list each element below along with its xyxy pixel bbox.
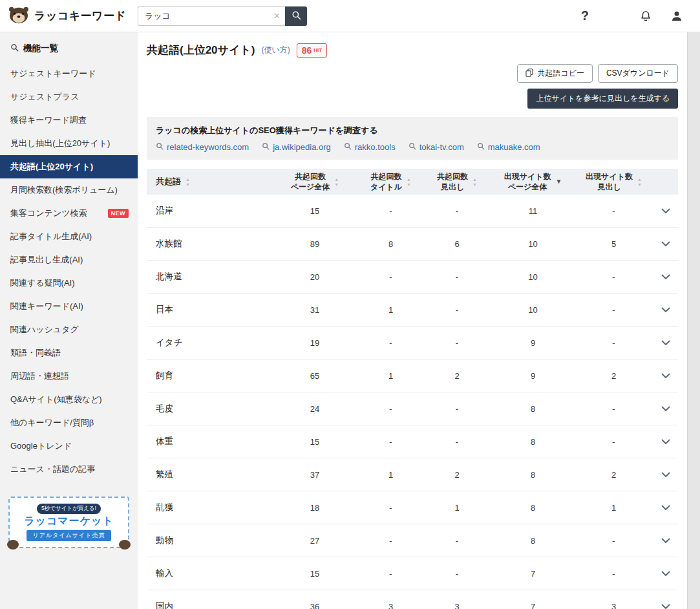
logo[interactable]: ラッコキーワード xyxy=(0,5,138,27)
search-icon xyxy=(262,142,270,152)
site-link-0[interactable]: related-keywords.com xyxy=(156,142,249,152)
row-expand-chevron[interactable] xyxy=(654,241,677,247)
sidebar-item-11[interactable]: 関連ハッシュタグ xyxy=(0,318,138,341)
row-expand-chevron[interactable] xyxy=(654,571,677,577)
table-row-4: イタチ19--9- xyxy=(147,326,678,359)
cell-value: 10 xyxy=(493,272,573,282)
cell-value: 7 xyxy=(493,569,573,579)
cell-value: 37 xyxy=(270,470,360,480)
clear-search-icon[interactable]: × xyxy=(274,11,280,21)
table-row-5: 飼育651292 xyxy=(147,359,678,392)
sidebar-item-4[interactable]: 共起語(上位20サイト) xyxy=(0,155,138,178)
cooccurrence-term: 北海道 xyxy=(147,271,270,283)
sidebar-item-label: 類語・同義語 xyxy=(10,347,61,359)
features-search-icon xyxy=(10,43,19,54)
site-link-label: related-keywords.com xyxy=(167,142,249,152)
table-row-0: 沿岸15--11- xyxy=(147,195,678,228)
menu-icon[interactable] xyxy=(607,10,621,21)
user-icon[interactable] xyxy=(670,10,683,23)
sidebar-item-15[interactable]: 他のキーワード/質問β xyxy=(0,411,138,434)
sort-icon[interactable]: ▲▼ xyxy=(334,177,339,187)
sidebar-item-2[interactable]: 獲得キーワード調査 xyxy=(0,109,138,132)
sidebar-item-10[interactable]: 関連キーワード(AI) xyxy=(0,295,138,318)
sidebar-item-label: 周辺語・連想語 xyxy=(10,370,69,382)
sidebar-item-9[interactable]: 関連する疑問(AI) xyxy=(0,272,138,295)
sidebar-banner[interactable]: 5秒でサイトが買える! ラッコマーケット リアルタイムサイト売買 xyxy=(8,497,129,548)
row-expand-chevron[interactable] xyxy=(654,505,677,511)
page-title: 共起語(上位20サイト) xyxy=(147,43,255,58)
column-header-1[interactable]: 共起回数ページ全体▲▼ xyxy=(270,169,360,195)
sidebar-item-label: 獲得キーワード調査 xyxy=(10,114,87,126)
csv-download-button[interactable]: CSVダウンロード xyxy=(598,64,678,83)
cell-value: 2 xyxy=(421,470,493,480)
column-header-3[interactable]: 共起回数見出し▲▼ xyxy=(421,169,493,195)
site-link-label: ja.wikipedia.org xyxy=(273,142,331,152)
banner-title: ラッコマーケット xyxy=(12,515,125,528)
cell-value: - xyxy=(573,338,654,348)
sidebar-item-5[interactable]: 月間検索数(検索ボリューム) xyxy=(0,178,138,202)
row-expand-chevron[interactable] xyxy=(654,307,677,313)
column-header-label: 共起語 xyxy=(156,176,181,187)
column-header-4[interactable]: 出現サイト数ページ全体▼ xyxy=(493,169,573,195)
cell-value: 15 xyxy=(270,206,360,216)
header: ラッコキーワード × ? xyxy=(0,0,700,32)
site-link-label: makuake.com xyxy=(488,142,540,152)
cell-value: 3 xyxy=(421,602,493,609)
cell-value: - xyxy=(360,569,421,579)
sort-icon[interactable]: ▲▼ xyxy=(407,177,411,187)
row-expand-chevron[interactable] xyxy=(654,604,677,609)
sidebar-item-0[interactable]: サジェストキーワード xyxy=(0,62,138,85)
cell-value: - xyxy=(573,305,654,315)
search-icon xyxy=(156,142,164,152)
column-header-label: 出現サイト数見出し xyxy=(586,171,633,192)
sidebar-item-17[interactable]: ニュース・話題の記事 xyxy=(0,458,138,481)
row-expand-chevron[interactable] xyxy=(654,472,677,478)
site-link-4[interactable]: makuake.com xyxy=(477,142,540,152)
cell-value: - xyxy=(421,305,493,315)
bell-icon[interactable] xyxy=(639,10,652,23)
site-link-1[interactable]: ja.wikipedia.org xyxy=(262,142,331,152)
cell-value: - xyxy=(421,569,493,579)
column-header-label: 出現サイト数ページ全体 xyxy=(504,171,551,192)
row-expand-chevron[interactable] xyxy=(654,340,677,346)
cooccurrence-term: 水族館 xyxy=(147,238,270,250)
sidebar-item-6[interactable]: 集客コンテンツ検索NEW xyxy=(0,202,138,225)
site-links: related-keywords.comja.wikipedia.orgrakk… xyxy=(156,142,669,152)
cooccurrence-table: 共起語▲▼共起回数ページ全体▲▼共起回数タイトル▲▼共起回数見出し▲▼出現サイト… xyxy=(147,169,678,609)
column-header-5[interactable]: 出現サイト数見出し▲▼ xyxy=(573,169,654,195)
sort-icon[interactable]: ▲▼ xyxy=(472,177,477,187)
cell-value: 11 xyxy=(493,206,573,216)
scrollbar-track[interactable] xyxy=(687,32,700,609)
sidebar-item-3[interactable]: 見出し抽出(上位20サイト) xyxy=(0,132,138,155)
otter-mascot-icon xyxy=(119,540,131,550)
site-link-3[interactable]: tokai-tv.com xyxy=(408,142,464,152)
table-row-2: 北海道20--10- xyxy=(147,261,678,294)
row-expand-chevron[interactable] xyxy=(654,406,677,412)
sidebar-item-1[interactable]: サジェストプラス xyxy=(0,85,138,109)
column-header-2[interactable]: 共起回数タイトル▲▼ xyxy=(360,169,421,195)
row-expand-chevron[interactable] xyxy=(654,208,677,214)
search-button[interactable] xyxy=(285,6,307,26)
site-link-2[interactable]: rakko.tools xyxy=(344,142,396,152)
search-input[interactable] xyxy=(138,6,285,26)
cell-value: 2 xyxy=(421,371,493,381)
usage-link[interactable]: (使い方) xyxy=(261,45,290,56)
cooccurrence-term: 飼育 xyxy=(147,370,270,381)
column-header-0[interactable]: 共起語▲▼ xyxy=(147,169,270,195)
sort-icon[interactable]: ▲▼ xyxy=(186,177,190,187)
sidebar-item-16[interactable]: Googleトレンド xyxy=(0,434,138,458)
sort-icon[interactable]: ▼ xyxy=(555,178,562,185)
row-expand-chevron[interactable] xyxy=(654,439,677,445)
sidebar-item-14[interactable]: Q&Aサイト(知恵袋など) xyxy=(0,388,138,411)
sidebar-item-12[interactable]: 類語・同義語 xyxy=(0,341,138,365)
sidebar-item-13[interactable]: 周辺語・連想語 xyxy=(0,365,138,388)
sidebar-item-7[interactable]: 記事タイトル生成(AI) xyxy=(0,225,138,248)
sidebar-item-8[interactable]: 記事見出し生成(AI) xyxy=(0,248,138,272)
row-expand-chevron[interactable] xyxy=(654,538,677,544)
help-icon[interactable]: ? xyxy=(581,8,589,23)
sort-icon[interactable]: ▲▼ xyxy=(637,177,642,187)
generate-headings-button[interactable]: 上位サイトを参考に見出しを生成する xyxy=(527,89,678,109)
row-expand-chevron[interactable] xyxy=(654,274,677,280)
row-expand-chevron[interactable] xyxy=(654,373,677,379)
copy-cooccurrence-button[interactable]: 共起語コピー xyxy=(517,64,593,83)
